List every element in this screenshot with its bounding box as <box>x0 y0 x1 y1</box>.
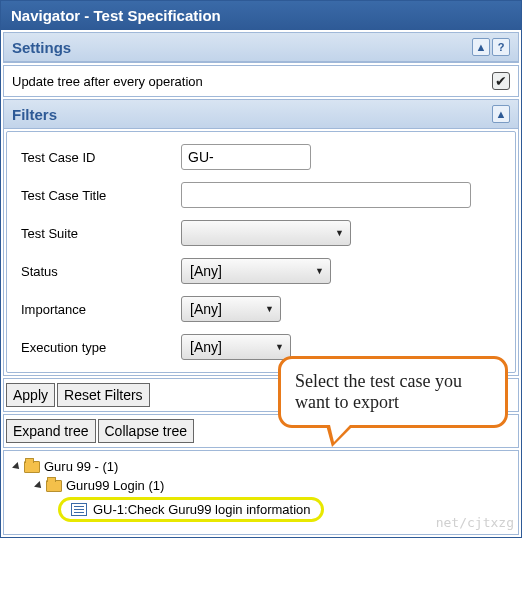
importance-select[interactable]: [Any] <box>181 296 281 322</box>
filters-header[interactable]: Filters ▲ <box>4 100 518 129</box>
filters-header-label: Filters <box>12 106 57 123</box>
filters-panel: Filters ▲ Test Case ID Test Case Title T… <box>3 99 519 376</box>
settings-row: Update tree after every operation ✔ <box>4 66 518 96</box>
test-case-title-input[interactable] <box>181 182 471 208</box>
update-tree-label: Update tree after every operation <box>12 74 203 89</box>
status-select[interactable]: [Any] <box>181 258 331 284</box>
watermark: net/cjtxzg <box>436 515 514 530</box>
settings-header[interactable]: Settings ▲ ? <box>4 33 518 62</box>
testcase-icon <box>71 503 87 516</box>
filters-collapse-icon[interactable]: ▲ <box>492 105 510 123</box>
navigator-frame: Navigator - Test Specification Settings … <box>0 0 522 538</box>
tree-root-row[interactable]: Guru 99 - (1) <box>14 457 508 476</box>
settings-help-icon[interactable]: ? <box>492 38 510 56</box>
callout-tail-icon <box>326 425 354 447</box>
window-title: Navigator - Test Specification <box>1 1 521 30</box>
execution-type-select[interactable]: [Any] <box>181 334 291 360</box>
apply-button[interactable]: Apply <box>6 383 55 407</box>
test-case-id-label: Test Case ID <box>21 150 181 165</box>
collapse-tree-button[interactable]: Collapse tree <box>98 419 195 443</box>
update-tree-checkbox[interactable]: ✔ <box>492 72 510 90</box>
folder-icon <box>46 480 62 492</box>
settings-collapse-icon[interactable]: ▲ <box>472 38 490 56</box>
tree-leaf-label: GU-1:Check Guru99 login information <box>93 502 311 517</box>
tree-panel: Select the test case you want to export … <box>3 450 519 535</box>
folder-icon <box>24 461 40 473</box>
settings-panel: Settings ▲ ? <box>3 32 519 63</box>
test-suite-select[interactable] <box>181 220 351 246</box>
test-case-id-input[interactable] <box>181 144 311 170</box>
settings-body-panel: Update tree after every operation ✔ <box>3 65 519 97</box>
importance-label: Importance <box>21 302 181 317</box>
expand-tree-button[interactable]: Expand tree <box>6 419 96 443</box>
execution-type-label: Execution type <box>21 340 181 355</box>
tree-toggle-icon[interactable] <box>12 462 22 472</box>
tree-child-label: Guru99 Login (1) <box>66 478 164 493</box>
tree-toggle-icon[interactable] <box>34 481 44 491</box>
status-label: Status <box>21 264 181 279</box>
callout-text: Select the test case you want to export <box>295 371 462 412</box>
selected-test-case[interactable]: GU-1:Check Guru99 login information <box>58 497 324 522</box>
filters-form: Test Case ID Test Case Title Test Suite … <box>6 131 516 373</box>
tree-root-label: Guru 99 - (1) <box>44 459 118 474</box>
tree-leaf-row[interactable]: GU-1:Check Guru99 login information <box>14 495 508 524</box>
tree-child-row[interactable]: Guru99 Login (1) <box>14 476 508 495</box>
test-case-title-label: Test Case Title <box>21 188 181 203</box>
settings-header-label: Settings <box>12 39 71 56</box>
reset-filters-button[interactable]: Reset Filters <box>57 383 150 407</box>
annotation-callout: Select the test case you want to export <box>278 356 508 428</box>
test-suite-label: Test Suite <box>21 226 181 241</box>
